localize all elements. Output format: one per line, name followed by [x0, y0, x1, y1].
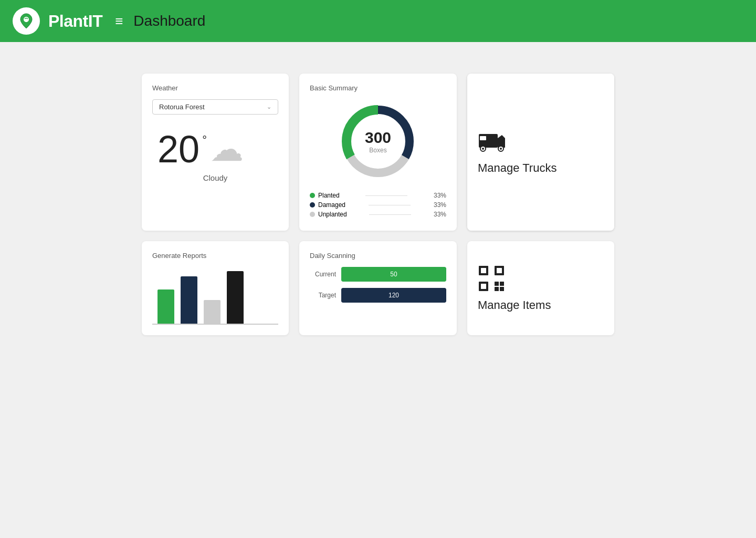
- manage-trucks-card[interactable]: Manage Trucks: [467, 74, 614, 231]
- weather-title: Weather: [152, 84, 278, 92]
- unplanted-label: Unplanted: [318, 211, 347, 218]
- donut-chart: 300 Boxes: [310, 99, 446, 183]
- bar-chart: [152, 267, 278, 325]
- weather-condition: Cloudy: [152, 173, 278, 185]
- legend-planted: Planted 33%: [310, 192, 446, 199]
- manage-trucks-label: Manage Trucks: [478, 161, 556, 175]
- manage-items-label: Manage Items: [478, 298, 551, 312]
- svg-rect-15: [481, 268, 486, 273]
- bar-3: [204, 300, 220, 324]
- summary-title: Basic Summary: [310, 84, 446, 92]
- svg-rect-20: [495, 282, 499, 286]
- unplanted-pct: 33%: [434, 211, 446, 218]
- planted-label: Planted: [318, 192, 340, 199]
- degree-symbol: °: [202, 134, 207, 146]
- qr-icon: [478, 265, 505, 292]
- reports-title: Generate Reports: [152, 252, 278, 260]
- dashboard-grid: Weather Rotorua Forest ⌄ 20° ☁ Cloudy Ba…: [0, 42, 756, 367]
- logo-text: PlantIT: [48, 12, 102, 31]
- scan-target-row: Target 120: [310, 288, 446, 303]
- legend-line: [365, 195, 407, 196]
- current-value: 50: [390, 271, 397, 278]
- svg-rect-22: [495, 287, 499, 291]
- cloud-icon: ☁: [210, 132, 244, 166]
- damaged-label: Damaged: [318, 201, 345, 209]
- svg-rect-19: [481, 284, 486, 289]
- header-title: Dashboard: [133, 13, 205, 29]
- legend-line-3: [369, 214, 411, 215]
- damaged-pct: 33%: [434, 201, 446, 209]
- planted-dot: [310, 193, 315, 198]
- chevron-down-icon: ⌄: [267, 104, 271, 110]
- temperature-display: 20°: [158, 130, 200, 168]
- logo-icon: [13, 7, 40, 35]
- svg-rect-9: [480, 136, 486, 140]
- planted-pct: 33%: [434, 192, 446, 199]
- svg-point-11: [482, 148, 484, 150]
- bar-2: [181, 276, 197, 324]
- donut-center: 300 Boxes: [365, 129, 391, 154]
- bar-1: [158, 289, 174, 324]
- svg-rect-8: [479, 134, 498, 148]
- damaged-dot: [310, 202, 315, 208]
- svg-rect-21: [500, 282, 504, 286]
- header: PlantIT ≡ Dashboard: [0, 0, 756, 42]
- box-count: 300: [365, 129, 391, 147]
- legend-line-2: [369, 205, 411, 205]
- legend: Planted 33% Damaged 33% Unplanted: [310, 192, 446, 218]
- weather-card: Weather Rotorua Forest ⌄ 20° ☁ Cloudy: [142, 74, 289, 231]
- location-value: Rotorua Forest: [159, 103, 205, 111]
- target-label: Target: [310, 292, 336, 299]
- reports-card[interactable]: Generate Reports: [142, 241, 289, 335]
- bar-4: [227, 271, 244, 324]
- current-bar-container: 50: [341, 267, 446, 282]
- scanning-card: Daily Scanning Current 50 Target 120: [299, 241, 457, 335]
- target-value: 120: [388, 292, 399, 299]
- svg-rect-17: [497, 268, 502, 273]
- current-label: Current: [310, 271, 336, 278]
- location-selector[interactable]: Rotorua Forest ⌄: [152, 99, 278, 115]
- unplanted-dot: [310, 212, 315, 217]
- box-label: Boxes: [365, 147, 391, 154]
- legend-unplanted: Unplanted 33%: [310, 211, 446, 218]
- svg-point-13: [500, 148, 502, 150]
- summary-card: Basic Summary 300 Boxes Planted: [299, 74, 457, 231]
- svg-rect-23: [500, 287, 504, 291]
- legend-damaged: Damaged 33%: [310, 201, 446, 209]
- scanning-title: Daily Scanning: [310, 252, 446, 260]
- weather-content: 20° ☁: [152, 125, 278, 168]
- manage-items-card[interactable]: Manage Items: [467, 241, 614, 335]
- target-bar-container: 120: [341, 288, 446, 303]
- scan-current-row: Current 50: [310, 267, 446, 282]
- hamburger-icon[interactable]: ≡: [115, 13, 123, 29]
- truck-icon: [478, 130, 507, 155]
